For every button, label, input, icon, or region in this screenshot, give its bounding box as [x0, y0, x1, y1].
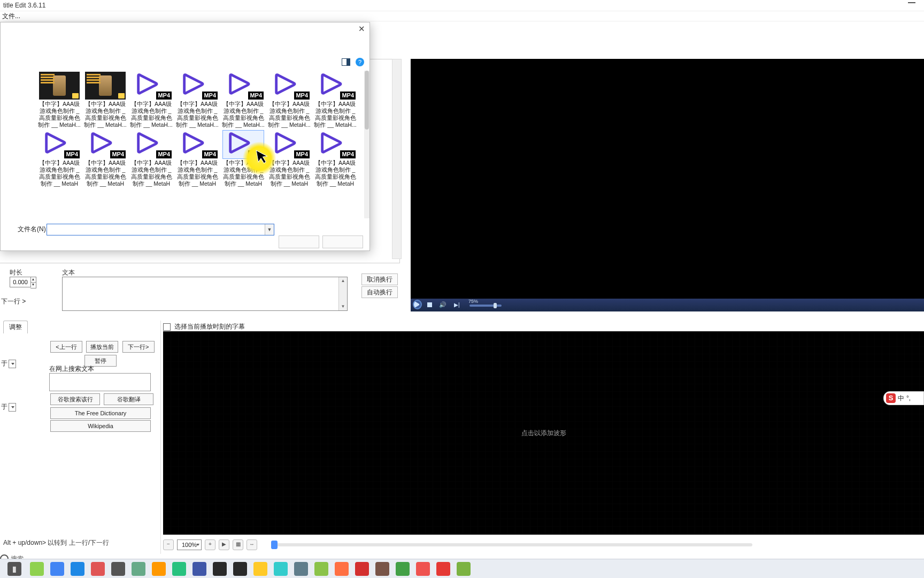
taskbar-app-icon[interactable]: [375, 562, 389, 576]
dialog-open-button[interactable]: [279, 235, 319, 248]
zoom-out-icon[interactable]: −: [163, 539, 174, 550]
file-tile[interactable]: MP4【中字】AAA级游戏角色制作 _ 高质量影视角色制作 __ MetaH: [83, 131, 128, 188]
taskbar-app-icon[interactable]: [91, 562, 105, 576]
video-controls: 🔊 ▶| 75%: [411, 299, 924, 311]
select-playhead-checkbox[interactable]: [163, 323, 171, 331]
select-playhead-label: 选择当前播放时刻的字幕: [174, 323, 245, 330]
taskbar-app-icon[interactable]: [274, 562, 288, 576]
play-button[interactable]: [414, 301, 421, 308]
taskbar-app-icon[interactable]: [416, 562, 430, 576]
taskbar-app-icon[interactable]: [335, 562, 349, 576]
taskbar-app-icon[interactable]: [111, 562, 125, 576]
waveform-hint: 点击以添加波形: [521, 429, 566, 438]
file-tile[interactable]: MP4【中字】AAA级游戏角色制作 _ 高质量影视角色制作 __ MetaH: [313, 131, 358, 188]
taskbar-app-icon[interactable]: [355, 562, 369, 576]
video-zoom-label: 75%: [468, 299, 478, 304]
waveform-area[interactable]: 点击以添加波形: [163, 331, 924, 535]
file-tile[interactable]: MP4【中字】AAA级游戏角色制作 _ 高质量影视角色制作 __ MetaH..…: [175, 72, 220, 130]
taskbar-app-icon[interactable]: [294, 562, 308, 576]
wikipedia-button[interactable]: Wikipedia: [50, 420, 151, 432]
taskbar-app-icon[interactable]: [314, 562, 328, 576]
duration-spinner[interactable]: ▲▼: [30, 277, 36, 288]
web-search-label: 在网上搜索文本: [49, 364, 94, 374]
ime-more: °,: [906, 394, 911, 402]
file-tile[interactable]: MP4【中字】AAA级游戏角色制作 _ 高质量影视角色制作 __ MetaH: [221, 131, 266, 188]
taskbar-app-icon[interactable]: [30, 562, 44, 576]
label: 于: [1, 403, 7, 410]
next-line-button[interactable]: 下一行>: [122, 341, 155, 353]
dialog-close-button[interactable]: ✕: [357, 25, 366, 34]
file-tile[interactable]: MP4【中字】AAA级游戏角色制作 _ 高质量影视角色制作 __ MetaH: [129, 131, 174, 188]
window-title: title Edit 3.6.11: [3, 2, 45, 9]
taskbar-app-icon[interactable]: [132, 562, 145, 576]
taskbar-app-icon[interactable]: [172, 562, 186, 576]
tfd-button[interactable]: The Free Dictionary: [50, 407, 151, 419]
stop-button[interactable]: [427, 302, 432, 307]
file-tile[interactable]: 【中字】AAA级游戏角色制作 _ 高质量影视角色制作 __ MetaH...: [83, 72, 128, 130]
keyboard-hint: Alt + up/down> 以转到 上一行/下一行: [0, 536, 112, 550]
taskbar-app-icon[interactable]: [457, 562, 471, 576]
combo[interactable]: [9, 360, 16, 368]
filename-input[interactable]: ▼: [47, 224, 274, 235]
file-tile[interactable]: MP4【中字】AAA级游戏角色制作 _ 高质量影视角色制作 __ MetaH..…: [221, 72, 266, 130]
tab-adjust[interactable]: 调整: [3, 321, 28, 333]
play-current-button[interactable]: 播放当前: [86, 341, 118, 353]
video-player[interactable]: 🔊 ▶| 75%: [411, 59, 924, 311]
volume-icon[interactable]: 🔊: [439, 301, 448, 310]
dialog-scrollbar[interactable]: [364, 71, 369, 218]
dialog-cancel-button[interactable]: [322, 235, 363, 248]
auto-wrap-button[interactable]: 自动换行: [361, 286, 398, 298]
taskbar-app-icon[interactable]: [71, 562, 84, 576]
waveform-seek-slider[interactable]: [271, 543, 752, 546]
taskbar-app-icon[interactable]: [396, 562, 410, 576]
dialog-nav-pane[interactable]: [1, 69, 35, 218]
taskbar: ▮: [0, 559, 924, 578]
taskbar-app-icon[interactable]: [213, 562, 227, 576]
zoom-in-icon[interactable]: +: [205, 539, 215, 550]
next-frame-button[interactable]: ▶|: [454, 302, 463, 310]
file-tile[interactable]: 【中字】AAA级游戏角色制作 _ 高质量影视角色制作 __ MetaH...: [37, 72, 82, 130]
file-tile[interactable]: MP4【中字】AAA级游戏角色制作 _ 高质量影视角色制作 __ MetaH: [175, 131, 220, 188]
taskbar-app-icon[interactable]: [233, 562, 247, 576]
taskbar-app-icon[interactable]: [192, 562, 206, 576]
duration-label: 时长: [10, 268, 22, 277]
file-tile[interactable]: MP4【中字】AAA级游戏角色制作 _ 高质量影视角色制作 __ MetaH..…: [129, 72, 174, 130]
file-tile[interactable]: MP4【中字】AAA级游戏角色制作 _ 高质量影视角色制作 __ MetaH: [37, 131, 82, 188]
file-tile[interactable]: MP4【中字】AAA级游戏角色制作 _ 高质量影视角色制作 __ MetaH..…: [313, 72, 358, 130]
prev-line-button[interactable]: <上一行: [50, 341, 82, 353]
filename-label: 文件名(N):: [18, 225, 48, 234]
taskbar-app-icon[interactable]: [152, 562, 166, 576]
subtitle-text-input[interactable]: ▲▼: [62, 277, 348, 311]
taskbar-app-icon[interactable]: [253, 562, 267, 576]
web-search-input[interactable]: [49, 373, 151, 391]
cancel-wrap-button[interactable]: 取消换行: [361, 273, 398, 285]
file-tile[interactable]: MP4【中字】AAA级游戏角色制作 _ 高质量影视角色制作 __ MetaH: [267, 131, 312, 188]
window-minimize-button[interactable]: [908, 2, 915, 3]
combo[interactable]: [9, 403, 16, 412]
ime-lang: 中: [898, 394, 904, 403]
taskbar-app-icon[interactable]: [50, 562, 64, 576]
duration-input[interactable]: 0.000: [10, 277, 31, 287]
zoom-level-combo[interactable]: 100%: [177, 539, 202, 550]
file-tiles-area[interactable]: 【中字】AAA级游戏角色制作 _ 高质量影视角色制作 __ MetaH...【中…: [35, 69, 369, 218]
taskbar-app-icon[interactable]: [436, 562, 450, 576]
open-file-dialog: ✕ ? 【中字】AAA级游戏角色制作 _ 高质量影视角色制作 __ MetaH.…: [0, 22, 370, 251]
view-mode-icon[interactable]: [342, 58, 350, 66]
wave-play-icon[interactable]: ▶: [219, 539, 229, 550]
file-tile[interactable]: MP4【中字】AAA级游戏角色制作 _ 高质量影视角色制作 __ MetaH..…: [267, 72, 312, 130]
filename-dropdown-icon[interactable]: ▼: [265, 224, 274, 235]
ime-indicator[interactable]: S 中 °,: [883, 391, 924, 405]
next-line-link[interactable]: 下一行 >: [1, 297, 26, 306]
ime-logo-icon: S: [886, 393, 896, 403]
text-label: 文本: [62, 268, 75, 277]
wave-grid-icon[interactable]: ▦: [233, 539, 243, 550]
google-search-button[interactable]: 谷歌搜索该行: [50, 393, 100, 405]
label: 于: [1, 360, 7, 367]
dialog-hint: 文件...: [0, 11, 924, 21]
google-translate-button[interactable]: 谷歌翻译: [104, 393, 153, 405]
taskbar-app-icon[interactable]: ▮: [7, 562, 21, 576]
wave-more-icon[interactable]: ↔: [247, 539, 257, 550]
help-icon[interactable]: ?: [356, 58, 364, 66]
video-zoom-slider[interactable]: [469, 305, 502, 307]
